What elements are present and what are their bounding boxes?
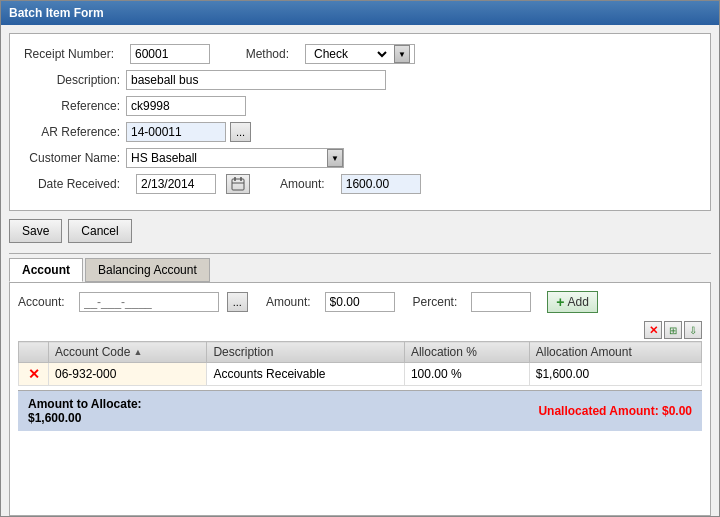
table-header-allocation-amount[interactable]: Allocation Amount [529,342,701,363]
row-delete-icon[interactable]: ✕ [28,366,40,382]
amount-to-allocate-section: Amount to Allocate: $1,600.00 [28,397,142,425]
table-header-row: Account Code ▲ Description Allocation % … [19,342,702,363]
method-dropdown[interactable]: Check Cash Credit Card ACH [310,45,390,63]
row-account-code: 06-932-000 [49,363,207,386]
title-bar: Batch Item Form [1,1,719,25]
sort-arrow-icon: ▲ [133,347,142,357]
receipt-method-row: Receipt Number: Method: Check Cash Credi… [20,44,700,64]
account-browse-button[interactable]: ... [227,292,248,312]
amount-field-label: Amount: [266,295,317,309]
add-button[interactable]: + Add [547,291,598,313]
percent-field-label: Percent: [413,295,464,309]
reference-input[interactable] [126,96,246,116]
ar-reference-input[interactable] [126,122,226,142]
description-input[interactable] [126,70,386,90]
calendar-icon [231,177,245,191]
date-received-input[interactable] [136,174,216,194]
row-allocation-pct: 100.00 % [404,363,529,386]
method-select-container: Check Cash Credit Card ACH ▼ [305,44,415,64]
tabs-header: Account Balancing Account [9,258,711,282]
date-received-label: Date Received: [20,177,126,191]
table-header-delete [19,342,49,363]
svg-rect-0 [232,179,244,190]
row-allocation-amount: $1,600.00 [529,363,701,386]
method-label: Method: [240,47,295,61]
account-field-input[interactable] [79,292,219,312]
amount-to-allocate-value: $1,600.00 [28,411,81,425]
form-section: Receipt Number: Method: Check Cash Credi… [9,33,711,211]
tab-content-account: Account: ... Amount: Percent: + Add ✕ ⊞ … [9,282,711,516]
amount-label: Amount: [280,177,331,191]
percent-field-input[interactable] [471,292,531,312]
customer-name-input[interactable] [127,149,327,167]
unallocated-amount: Unallocated Amount: $0.00 [538,404,692,418]
date-amount-row: Date Received: Amount: [20,174,700,194]
window-title: Batch Item Form [9,6,104,20]
save-button[interactable]: Save [9,219,62,243]
delete-toolbar-icon[interactable]: ✕ [644,321,662,339]
batch-item-form-window: Batch Item Form Receipt Number: Method: … [0,0,720,517]
method-dropdown-arrow[interactable]: ▼ [394,45,410,63]
separator [9,253,711,254]
account-input-row: Account: ... Amount: Percent: + Add [18,291,702,313]
table-row: ✕ 06-932-000 Accounts Receivable 100.00 … [19,363,702,386]
reference-row: Reference: [20,96,700,116]
cancel-button[interactable]: Cancel [68,219,131,243]
table-toolbar: ✕ ⊞ ⇩ [18,321,702,339]
tabs-section: Account Balancing Account Account: ... A… [9,258,711,516]
export-excel-icon[interactable]: ⊞ [664,321,682,339]
amount-to-allocate-label: Amount to Allocate: [28,397,142,411]
table-header-allocation-pct[interactable]: Allocation % [404,342,529,363]
customer-name-row: Customer Name: ▼ [20,148,700,168]
table-header-description[interactable]: Description [207,342,405,363]
allocation-table: Account Code ▲ Description Allocation % … [18,341,702,386]
export-csv-icon[interactable]: ⇩ [684,321,702,339]
action-buttons-row: Save Cancel [9,219,711,243]
tab-balancing-account[interactable]: Balancing Account [85,258,210,282]
table-header-account-code[interactable]: Account Code ▲ [49,342,207,363]
amount-input[interactable] [341,174,421,194]
ar-reference-browse-button[interactable]: ... [230,122,251,142]
description-label: Description: [20,73,126,87]
receipt-number-input[interactable] [130,44,210,64]
ar-reference-label: AR Reference: [20,125,126,139]
tab-account[interactable]: Account [9,258,83,282]
account-field-label: Account: [18,295,71,309]
calendar-button[interactable] [226,174,250,194]
description-row: Description: [20,70,700,90]
ar-reference-row: AR Reference: ... [20,122,700,142]
row-delete-cell: ✕ [19,363,49,386]
receipt-number-label: Receipt Number: [20,47,120,61]
customer-name-label: Customer Name: [20,151,126,165]
reference-label: Reference: [20,99,126,113]
customer-name-dropdown-arrow[interactable]: ▼ [327,149,343,167]
footer-bar: Amount to Allocate: $1,600.00 Unallocate… [18,390,702,431]
amount-field-input[interactable] [325,292,395,312]
plus-icon: + [556,294,564,310]
row-description: Accounts Receivable [207,363,405,386]
